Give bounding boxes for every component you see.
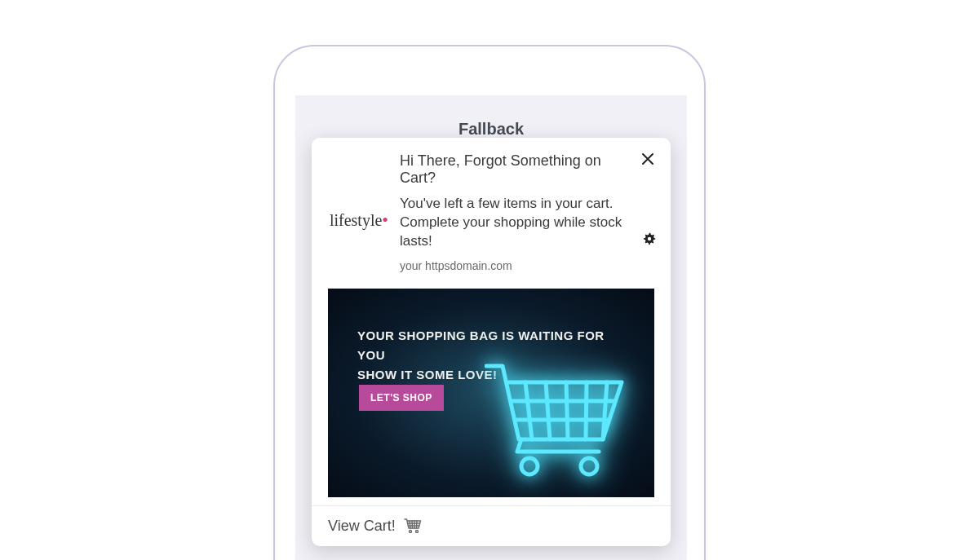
svg-point-8 bbox=[581, 458, 597, 474]
view-cart-label: View Cart! bbox=[328, 518, 396, 535]
brand-logo-text: lifestyle• bbox=[330, 209, 388, 231]
lets-shop-button[interactable]: LET'S SHOP bbox=[359, 385, 444, 411]
hero-banner: YOUR SHOPPING BAG IS WAITING FOR YOU SHO… bbox=[328, 289, 654, 497]
notification-card: lifestyle• Hi There, Forgot Something on… bbox=[312, 138, 671, 546]
svg-line-12 bbox=[416, 521, 417, 528]
svg-line-10 bbox=[412, 521, 413, 528]
svg-line-9 bbox=[410, 521, 410, 528]
device-screen: Fallback lifestyle• Hi There, Forgot Som… bbox=[295, 95, 687, 560]
svg-line-2 bbox=[566, 382, 568, 439]
notification-domain: your httpsdomain.com bbox=[400, 259, 640, 272]
svg-line-1 bbox=[546, 382, 550, 439]
close-icon[interactable] bbox=[641, 152, 658, 169]
shopping-cart-icon bbox=[485, 362, 631, 484]
svg-point-15 bbox=[409, 531, 411, 533]
notification-header: lifestyle• Hi There, Forgot Something on… bbox=[312, 138, 671, 280]
cart-icon bbox=[404, 518, 422, 533]
gear-icon[interactable] bbox=[643, 232, 658, 247]
svg-line-3 bbox=[586, 382, 587, 439]
brand-logo: lifestyle• bbox=[326, 152, 392, 272]
svg-line-0 bbox=[525, 382, 532, 439]
notification-body: You've left a few items in your cart. Co… bbox=[400, 195, 640, 251]
notification-title: Hi There, Forgot Something on Cart? bbox=[400, 152, 640, 187]
hero-line-1: YOUR SHOPPING BAG IS WAITING FOR YOU bbox=[357, 326, 625, 365]
notification-content: Hi There, Forgot Something on Cart? You'… bbox=[392, 152, 656, 272]
action-bar[interactable]: View Cart! bbox=[312, 505, 671, 546]
svg-point-16 bbox=[415, 531, 418, 533]
fallback-label: Fallback bbox=[295, 120, 687, 139]
device-frame: Fallback lifestyle• Hi There, Forgot Som… bbox=[273, 45, 706, 560]
svg-point-7 bbox=[521, 458, 538, 474]
